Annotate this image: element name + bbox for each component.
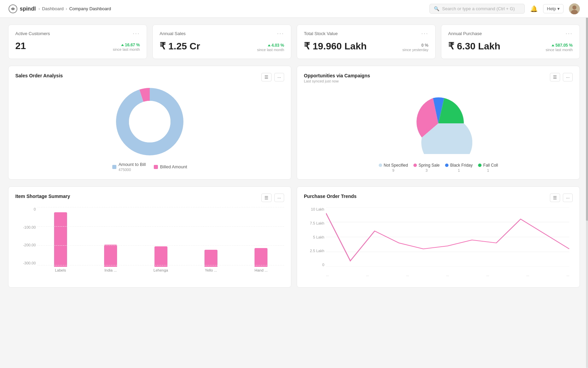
header-left: spindl › Dashboard › Company Dashboard <box>8 4 111 14</box>
x-tick-dot-5: ··· <box>526 274 529 278</box>
pie-dot-fall-coll <box>478 164 481 167</box>
line-x-axis: ··· ··· ··· ··· ··· ··· ··· <box>326 274 569 278</box>
more-icon-shortage: ··· <box>277 195 281 200</box>
help-button[interactable]: Help ▾ <box>543 4 564 13</box>
kpi-grid: Active Customers ··· 21 16.67 % since la… <box>8 25 580 59</box>
purchase-trends-more-btn[interactable]: ··· <box>563 194 573 202</box>
kpi-annual-purchase: Annual Purchase ··· ₹ 6.30 Lakh 587.05 %… <box>441 25 580 59</box>
line-y-tick-25lakh: 2.5 Lakh <box>304 249 324 253</box>
pie-count-spring-sale: 3 <box>425 168 427 172</box>
kpi-row-stock: ₹ 19.960 Lakh 0 % since yesterday <box>304 41 428 52</box>
main-content: Active Customers ··· 21 16.67 % since la… <box>0 18 588 294</box>
kpi-more-purchase[interactable]: ··· <box>566 30 573 36</box>
legend-label-amount: Amount to Bill <box>118 162 146 167</box>
kpi-more-sales[interactable]: ··· <box>277 30 284 36</box>
search-icon: 🔍 <box>434 6 439 11</box>
filter-icon-shortage: ☰ <box>264 195 268 200</box>
x-tick-dot-3: ··· <box>446 274 449 278</box>
kpi-since-sales: since last month <box>257 48 284 52</box>
breadcrumb-dashboard[interactable]: Dashboard <box>42 6 64 11</box>
search-bar[interactable]: 🔍 Search or type a command (Ctrl + G) <box>429 4 525 14</box>
more-icon-purchase: ··· <box>566 195 570 200</box>
pie-dot-black-friday <box>445 164 448 167</box>
breadcrumb: › Dashboard › Company Dashboard <box>38 6 111 11</box>
kpi-meta-stock: 0 % since yesterday <box>403 43 428 52</box>
sales-order-header: Sales Order Analysis ☰ ··· <box>15 73 284 81</box>
x-tick-dot-1: ··· <box>366 274 369 278</box>
y-axis: 0 -100.00 -200.00 -300.00 <box>15 207 36 265</box>
purchase-trends-actions: ☰ ··· <box>550 194 573 202</box>
notification-icon[interactable]: 🔔 <box>530 5 538 13</box>
grid-lines <box>37 207 284 265</box>
kpi-more-customers[interactable]: ··· <box>133 30 140 36</box>
line-chart-container: 10 Lakh 7.5 Lakh 5 Lakh 2.5 Lakh 0 <box>304 205 573 280</box>
line-chart-svg <box>326 207 569 267</box>
opportunities-actions: ☰ ··· <box>550 73 573 81</box>
legend-label-billed: Billed Amount <box>160 164 187 169</box>
opportunities-more-btn[interactable]: ··· <box>563 73 573 81</box>
sales-order-filter-btn[interactable]: ☰ <box>261 73 272 81</box>
more-icon-opp: ··· <box>566 75 570 80</box>
kpi-more-stock[interactable]: ··· <box>421 30 428 36</box>
filter-icon-opp: ☰ <box>553 75 557 80</box>
opportunities-header: Opportunities via Campaigns Last synced … <box>304 73 573 83</box>
sales-order-card: Sales Order Analysis ☰ ··· <box>8 66 291 180</box>
bar-label-labels: Labels <box>55 268 66 272</box>
x-tick-dot-0: ··· <box>326 274 329 278</box>
header-right: 🔍 Search or type a command (Ctrl + G) 🔔 … <box>429 3 580 14</box>
y-tick-1: -100.00 <box>15 225 36 229</box>
filter-icon-purchase: ☰ <box>553 195 557 200</box>
legend-value-amount: 475000 <box>118 168 146 172</box>
avatar[interactable] <box>569 3 580 14</box>
legend-dot-billed <box>154 165 158 169</box>
opportunities-filter-btn[interactable]: ☰ <box>550 73 560 81</box>
chart-row-1: Sales Order Analysis ☰ ··· <box>8 66 580 180</box>
y-tick-0: 0 <box>15 207 36 211</box>
line-y-tick-0: 0 <box>304 263 324 267</box>
bar-label-hand: Hand ... <box>255 268 268 272</box>
item-shortage-more-btn[interactable]: ··· <box>274 194 284 202</box>
legend-billed-amount: Billed Amount <box>154 162 187 172</box>
grid-line-0 <box>37 207 284 208</box>
opportunities-title: Opportunities via Campaigns <box>304 73 370 78</box>
scrollbar-track <box>586 0 588 294</box>
pie-chart-wrap <box>304 86 573 157</box>
kpi-title-stock: Total Stock Value ··· <box>304 30 428 36</box>
purchase-trends-title: Purchase Order Trends <box>304 194 357 199</box>
kpi-row-sales: ₹ 1.25 Cr 4.03 % since last month <box>160 41 284 52</box>
bar-label-india: India ... <box>104 268 117 272</box>
pie-legend-black-friday: Black Friday 1 <box>445 163 473 172</box>
item-shortage-filter-btn[interactable]: ☰ <box>261 194 272 202</box>
kpi-value-purchase: ₹ 6.30 Lakh <box>448 41 500 52</box>
breadcrumb-sep-1: › <box>38 6 40 11</box>
kpi-value-stock: ₹ 19.960 Lakh <box>304 41 367 52</box>
kpi-meta-sales: 4.03 % since last month <box>257 43 284 52</box>
pie-dot-spring-sale <box>413 164 417 167</box>
kpi-since-stock: since yesterday <box>403 48 428 52</box>
pie-chart-svg <box>404 93 472 154</box>
help-chevron-icon: ▾ <box>557 6 560 11</box>
sales-order-more-btn[interactable]: ··· <box>274 73 284 81</box>
x-tick-dot-6: ··· <box>567 274 569 278</box>
pie-legend-not-specified: Not Specified 9 <box>379 163 408 172</box>
legend-amount-to-bill: Amount to Bill 475000 <box>112 162 146 172</box>
logo[interactable]: spindl <box>8 4 36 14</box>
kpi-change-stock: 0 % <box>421 43 428 48</box>
y-tick-2: -200.00 <box>15 243 36 247</box>
more-icon: ··· <box>277 75 281 80</box>
line-y-tick-75lakh: 7.5 Lakh <box>304 221 324 225</box>
kpi-meta-customers: 16.67 % since last month <box>113 43 140 51</box>
arrow-up-customers <box>121 44 124 46</box>
kpi-title-purchase: Annual Purchase ··· <box>448 30 573 36</box>
arrow-up-purchase <box>552 44 554 46</box>
scrollbar-thumb[interactable] <box>586 0 588 221</box>
line-y-axis: 10 Lakh 7.5 Lakh 5 Lakh 2.5 Lakh 0 <box>304 207 324 267</box>
breadcrumb-current: Company Dashboard <box>69 6 111 11</box>
kpi-since-purchase: since last month <box>546 48 573 52</box>
item-shortage-header: Item Shortage Summary ☰ ··· <box>15 194 284 202</box>
x-tick-dot-4: ··· <box>486 274 489 278</box>
filter-icon: ☰ <box>264 75 268 80</box>
help-label: Help <box>547 6 556 11</box>
kpi-annual-sales: Annual Sales ··· ₹ 1.25 Cr 4.03 % since … <box>152 25 291 59</box>
purchase-trends-filter-btn[interactable]: ☰ <box>550 194 560 202</box>
